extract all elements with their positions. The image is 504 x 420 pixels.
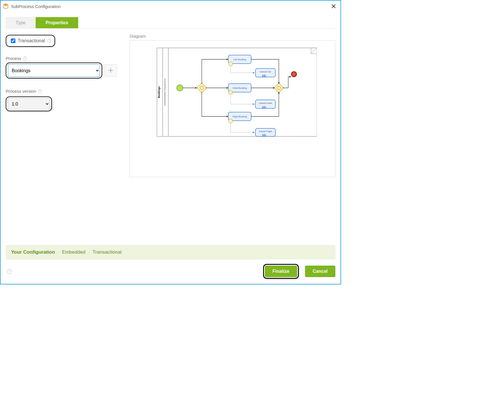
- config-summary: Your Configuration · Embedded · Transact…: [6, 245, 335, 259]
- version-label-row: Process version ?: [6, 89, 123, 94]
- version-select[interactable]: 1.0: [8, 98, 50, 110]
- config-chip-transactional: Transactional: [92, 249, 121, 255]
- process-group: Process ? Bookings: [6, 56, 123, 78]
- tab-properties[interactable]: Properties: [36, 17, 78, 28]
- transactional-highlight: Transactional ?: [6, 35, 55, 47]
- content-area: Transactional ? Process ? Bookings: [1, 29, 340, 245]
- diagram-label: Diagram: [130, 34, 335, 39]
- bpmn-diagram: Bookings Administrative Department: [148, 45, 317, 139]
- help-icon[interactable]: ?: [23, 56, 27, 60]
- diagram-column: Diagram Bookings Administrative Departme…: [130, 34, 335, 245]
- config-summary-title: Your Configuration: [11, 249, 55, 255]
- close-button[interactable]: [330, 2, 338, 10]
- version-group: Process version ? 1.0: [6, 89, 123, 111]
- app-icon: [3, 3, 9, 9]
- svg-text:Cancel Car: Cancel Car: [259, 70, 271, 73]
- tab-bar: Type Properties: [6, 17, 335, 29]
- footer-actions: ? Finalize Cancel: [1, 263, 340, 284]
- process-select[interactable]: Bookings: [8, 64, 100, 77]
- tab-type[interactable]: Type: [6, 17, 36, 28]
- version-label: Process version: [6, 89, 36, 94]
- transactional-checkbox[interactable]: [11, 39, 15, 43]
- svg-text:Flight Booking: Flight Booking: [232, 115, 247, 118]
- add-process-button[interactable]: [104, 64, 117, 77]
- transactional-label: Transactional: [18, 38, 45, 43]
- help-icon[interactable]: ?: [47, 39, 51, 43]
- version-select-highlight: 1.0: [6, 96, 52, 111]
- start-event-icon: [177, 85, 183, 91]
- window-title: SubProcess Configuration: [11, 4, 61, 9]
- svg-text:Cancel Flight: Cancel Flight: [259, 130, 272, 133]
- separator-dot: ·: [88, 249, 90, 255]
- end-event-icon: [291, 72, 297, 77]
- help-icon[interactable]: ?: [38, 89, 42, 93]
- process-label: Process: [6, 56, 21, 61]
- svg-text:Cancel Hotel: Cancel Hotel: [259, 102, 272, 104]
- config-chip-embedded: Embedded: [62, 249, 85, 255]
- finalize-button[interactable]: Finalize: [265, 266, 297, 277]
- titlebar: SubProcess Configuration: [1, 1, 340, 12]
- svg-text:Hotel Booking: Hotel Booking: [233, 87, 247, 89]
- separator-dot: ·: [58, 249, 59, 255]
- transactional-group: Transactional ?: [6, 35, 123, 47]
- dialog-window: SubProcess Configuration Type Properties…: [0, 0, 341, 284]
- lane-name: Administrative Department: [164, 78, 166, 106]
- svg-point-10: [291, 72, 297, 77]
- compensation-boundary-icon: [229, 62, 233, 66]
- compensation-boundary-icon: [229, 90, 233, 94]
- process-select-highlight: Bookings: [6, 62, 102, 78]
- help-icon[interactable]: ?: [7, 269, 12, 274]
- pool-name: Bookings: [158, 86, 160, 98]
- process-label-row: Process ?: [6, 56, 123, 61]
- cancel-button[interactable]: Cancel: [305, 266, 335, 277]
- finalize-highlight: Finalize: [263, 264, 299, 279]
- svg-text:Car Booking: Car Booking: [233, 58, 246, 61]
- diagram-preview: Bookings Administrative Department: [130, 40, 335, 177]
- compensation-boundary-icon: [229, 119, 233, 123]
- form-column: Transactional ? Process ? Bookings: [6, 34, 123, 245]
